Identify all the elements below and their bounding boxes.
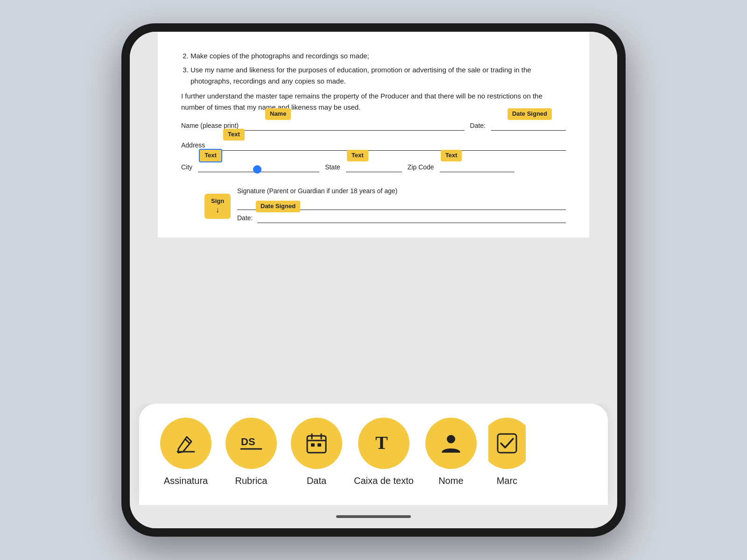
address-line [211, 140, 566, 151]
form-address-row: Address Text [181, 140, 566, 150]
nome-icon-circle [425, 418, 477, 469]
state-label: State [325, 162, 340, 172]
sign-badge[interactable]: Sign ↓ [204, 194, 231, 219]
home-bar [336, 515, 411, 518]
signature-label: Signature (Parent or Guardian if under 1… [237, 187, 397, 195]
toolbar-sheet: Assinatura DS Rubrica [139, 404, 608, 505]
date-signed-badge[interactable]: Date Signed [507, 108, 552, 120]
signature-icon-circle [160, 418, 211, 469]
toolbar-item-data[interactable]: Data [289, 418, 345, 486]
text-badge-3[interactable]: Text [347, 150, 368, 161]
pen-sign-icon [174, 431, 198, 455]
marc-icon-circle [488, 418, 526, 469]
calendar-icon [304, 431, 329, 455]
city-label: City [181, 162, 192, 172]
document-area: Make copies of the photographs and recor… [130, 32, 617, 404]
rubrica-icon-circle: DS [226, 418, 277, 469]
svg-rect-3 [307, 436, 326, 453]
doc-item-2: Make copies of the photographs and recor… [190, 50, 566, 62]
ds-icon: DS [239, 431, 263, 455]
home-indicator [130, 505, 617, 528]
doc-list: Make copies of the photographs and recor… [190, 50, 566, 87]
text-badge-4[interactable]: Text [441, 150, 462, 161]
svg-point-10 [447, 435, 455, 443]
toolbar-item-marc[interactable]: Marc [488, 418, 526, 486]
zip-label: Zip Code [408, 162, 434, 172]
marc-label-text: Marc [497, 476, 517, 486]
textbox-icon-circle: T [358, 418, 409, 469]
toolbar-items: Assinatura DS Rubrica [158, 418, 589, 486]
text-T-icon: T [372, 431, 396, 455]
signature-label-text: Assinatura [164, 476, 208, 486]
document-page: Make copies of the photographs and recor… [158, 32, 589, 238]
phone-screen: Make copies of the photographs and recor… [130, 32, 617, 528]
doc-item-3: Use my name and likeness for the purpose… [190, 64, 566, 87]
person-icon [439, 431, 463, 455]
svg-rect-7 [311, 443, 315, 447]
nome-label-text: Nome [438, 476, 463, 486]
date-label: Date: [470, 120, 486, 131]
rubrica-label-text: Rubrica [235, 476, 268, 486]
blue-dot-handle[interactable] [253, 165, 261, 174]
sig-date-line [257, 213, 566, 223]
date-signed-badge-2[interactable]: Date Signed [256, 201, 300, 212]
svg-rect-8 [317, 443, 321, 447]
toolbar-item-nome[interactable]: Nome [423, 418, 479, 486]
data-icon-circle [291, 418, 342, 469]
date2-label: Date: [237, 213, 253, 223]
sign-arrow-icon: ↓ [216, 205, 219, 215]
svg-text:DS: DS [241, 436, 255, 448]
svg-text:T: T [375, 432, 388, 453]
toolbar-item-rubrica[interactable]: DS Rubrica [223, 418, 279, 486]
toolbar-item-signature[interactable]: Assinatura [158, 418, 214, 486]
signature-section: Sign ↓ Signature (Parent or Guardian if … [181, 185, 566, 223]
phone-frame: Make copies of the photographs and recor… [121, 23, 626, 537]
form-city-row: City Text State Text Zip Code Text [181, 162, 566, 172]
data-label-text: Data [307, 476, 326, 486]
city-line: Text [198, 162, 319, 172]
text-badge-active[interactable]: Text [199, 149, 222, 162]
checkbox-icon [495, 431, 519, 455]
sig-date-row: Date: Date Signed [237, 213, 566, 223]
name-badge[interactable]: Name [265, 108, 291, 120]
textbox-label-text: Caixa de texto [354, 476, 414, 486]
name-line [244, 120, 465, 131]
state-line: Text [346, 162, 402, 172]
text-badge-1[interactable]: Text [223, 129, 245, 140]
date-signed-line [491, 120, 566, 131]
toolbar-item-textbox[interactable]: T Caixa de texto [354, 418, 414, 486]
zip-line: Text [440, 162, 514, 172]
